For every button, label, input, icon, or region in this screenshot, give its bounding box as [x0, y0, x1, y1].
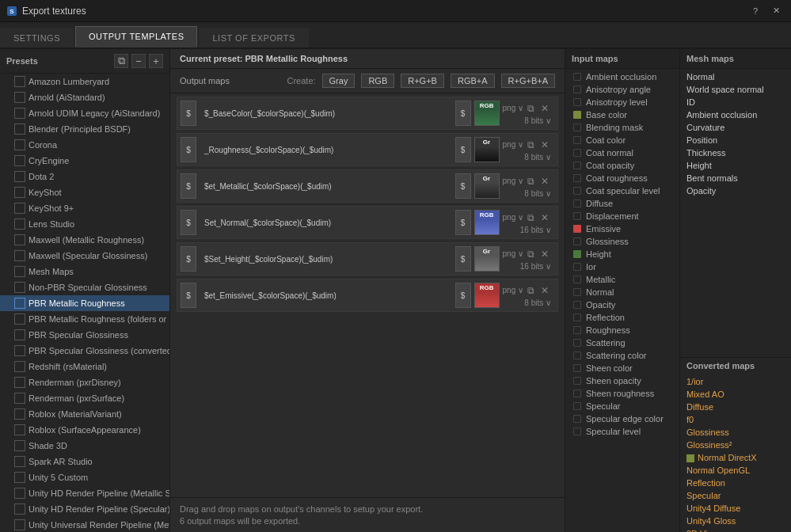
channel-dollar-button[interactable]: $	[181, 283, 196, 308]
sidebar-item[interactable]: Renderman (pxrDisney)	[0, 374, 169, 390]
sidebar-item[interactable]: Renderman (pxrSurface)	[0, 390, 169, 406]
input-map-item[interactable]: Scattering	[565, 336, 679, 349]
color-swatch[interactable]: Gr	[474, 137, 500, 162]
input-map-item[interactable]: Coat specular level	[565, 184, 679, 197]
converted-map-item[interactable]: Reflection	[680, 477, 791, 489]
copy-output-button[interactable]: ⧉	[525, 211, 537, 224]
color-swatch[interactable]: RGB	[474, 101, 500, 126]
channel-dollar-button[interactable]: $	[181, 210, 196, 235]
mesh-map-item[interactable]: Opacity	[680, 184, 791, 197]
input-map-item[interactable]: Base color	[565, 108, 679, 121]
mesh-map-item[interactable]: Thickness	[680, 146, 791, 159]
sidebar-item[interactable]: Arnold (AiStandard)	[0, 89, 169, 105]
delete-output-button[interactable]: ✕	[538, 284, 551, 297]
input-map-item[interactable]: Sheen color	[565, 362, 679, 374]
close-button[interactable]: ✕	[767, 4, 785, 18]
input-map-item[interactable]: Height	[565, 248, 679, 260]
mesh-map-item[interactable]: ID	[680, 96, 791, 108]
sidebar-item[interactable]: KeyShot 9+	[0, 200, 169, 216]
mesh-map-item[interactable]: Normal	[680, 70, 791, 83]
copy-output-button[interactable]: ⧉	[525, 248, 537, 260]
channel-dollar2-button[interactable]: $	[455, 137, 471, 162]
channel-dollar-button[interactable]: $	[181, 246, 196, 272]
sidebar-item[interactable]: Maxwell (Metallic Roughness)	[0, 232, 169, 248]
sidebar-item[interactable]: Roblox (SurfaceAppearance)	[0, 422, 169, 438]
input-map-item[interactable]: Coat opacity	[565, 159, 679, 172]
input-map-item[interactable]: Specular edge color	[565, 412, 679, 425]
converted-map-item[interactable]: Mixed AO	[680, 388, 791, 401]
sidebar-item[interactable]: Dota 2	[0, 169, 169, 184]
input-map-item[interactable]: Diffuse	[565, 197, 679, 210]
tab-list-of-exports[interactable]: LIST OF EXPORTS	[199, 28, 308, 48]
converted-map-item[interactable]: f0	[680, 413, 791, 426]
sidebar-item[interactable]: Mesh Maps	[0, 264, 169, 279]
sidebar-item[interactable]: PBR Specular Glossiness (converted from.…	[0, 343, 169, 359]
sidebar-item[interactable]: CryEngine	[0, 153, 169, 169]
input-map-item[interactable]: Coat color	[565, 134, 679, 146]
mesh-map-item[interactable]: Height	[680, 159, 791, 172]
sidebar-item[interactable]: Blender (Principled BSDF)	[0, 121, 169, 137]
input-map-item[interactable]: Roughness	[565, 324, 679, 336]
channel-dollar2-button[interactable]: $	[455, 101, 471, 126]
copy-preset-button[interactable]: ⧉	[114, 54, 128, 68]
create-rgb-a-button[interactable]: RGB+A	[451, 74, 495, 88]
sidebar-item[interactable]: Redshift (rsMaterial)	[0, 359, 169, 374]
input-map-item[interactable]: Emissive	[565, 222, 679, 235]
converted-map-item[interactable]: 1/ior	[680, 375, 791, 388]
tab-output-templates[interactable]: OUTPUT TEMPLATES	[75, 26, 197, 48]
sidebar-item[interactable]: Unity HD Render Pipeline (Specular)	[0, 501, 169, 517]
input-map-item[interactable]: Anisotropy angle	[565, 83, 679, 96]
converted-map-item[interactable]: Normal OpenGL	[680, 464, 791, 477]
sidebar-item[interactable]: Lens Studio	[0, 216, 169, 232]
create-rgb-button[interactable]: RGB	[361, 74, 394, 88]
channel-dollar-button[interactable]: $	[181, 137, 196, 162]
sidebar-item[interactable]: Roblox (MaterialVariant)	[0, 406, 169, 422]
input-map-item[interactable]: Blending mask	[565, 121, 679, 134]
tab-settings[interactable]: SETTINGS	[0, 28, 74, 48]
color-swatch[interactable]: RGB	[474, 283, 500, 308]
converted-map-item[interactable]: Glossiness²	[680, 439, 791, 451]
delete-output-button[interactable]: ✕	[538, 175, 551, 188]
delete-output-button[interactable]: ✕	[538, 139, 551, 151]
sidebar-item[interactable]: Corona	[0, 137, 169, 153]
input-map-item[interactable]: Ambient occlusion	[565, 70, 679, 83]
sidebar-item[interactable]: Spark AR Studio	[0, 454, 169, 469]
input-map-item[interactable]: Specular	[565, 400, 679, 412]
sidebar-item[interactable]: Amazon Lumberyard	[0, 74, 169, 89]
sidebar-item[interactable]: KeyShot	[0, 184, 169, 200]
input-map-item[interactable]: Normal	[565, 286, 679, 298]
create-r-g-b-button[interactable]: R+G+B	[401, 74, 444, 88]
converted-map-item[interactable]: Diffuse	[680, 401, 791, 413]
input-map-item[interactable]: Anisotropy level	[565, 96, 679, 108]
input-map-item[interactable]: Sheen opacity	[565, 374, 679, 387]
delete-output-button[interactable]: ✕	[538, 211, 551, 224]
input-map-item[interactable]: Metallic	[565, 273, 679, 286]
color-swatch[interactable]: Gr	[474, 246, 500, 272]
help-button[interactable]: ?	[747, 4, 764, 18]
input-map-item[interactable]: Sheen roughness	[565, 387, 679, 400]
input-map-item[interactable]: Opacity	[565, 298, 679, 311]
sidebar-item[interactable]: Non-PBR Specular Glossiness	[0, 279, 169, 295]
mesh-map-item[interactable]: Position	[680, 134, 791, 146]
copy-output-button[interactable]: ⧉	[525, 139, 537, 151]
channel-dollar2-button[interactable]: $	[455, 283, 471, 308]
channel-dollar2-button[interactable]: $	[455, 210, 471, 235]
converted-map-item[interactable]: Unity4 Gloss	[680, 515, 791, 527]
sidebar-item[interactable]: Unity HD Render Pipeline (Metallic Stand…	[0, 485, 169, 501]
sidebar-item[interactable]: PBR Specular Glossiness	[0, 327, 169, 343]
channel-dollar2-button[interactable]: $	[455, 173, 471, 199]
converted-map-item[interactable]: 2D View	[680, 527, 791, 532]
mesh-map-item[interactable]: Ambient occlusion	[680, 108, 791, 121]
sidebar-item[interactable]: PBR Metallic Roughness	[0, 295, 169, 311]
channel-dollar-button[interactable]: $	[181, 101, 196, 126]
sidebar-item[interactable]: Maxwell (Specular Glossiness)	[0, 248, 169, 264]
input-map-item[interactable]: Reflection	[565, 311, 679, 324]
color-swatch[interactable]: RGB	[474, 210, 500, 235]
input-map-item[interactable]: Glossiness	[565, 235, 679, 248]
copy-output-button[interactable]: ⧉	[525, 284, 537, 297]
mesh-map-item[interactable]: World space normal	[680, 83, 791, 96]
sidebar-item[interactable]: Shade 3D	[0, 438, 169, 454]
input-map-item[interactable]: Specular level	[565, 425, 679, 438]
delete-output-button[interactable]: ✕	[538, 102, 551, 115]
converted-map-item[interactable]: Unity4 Diffuse	[680, 502, 791, 515]
